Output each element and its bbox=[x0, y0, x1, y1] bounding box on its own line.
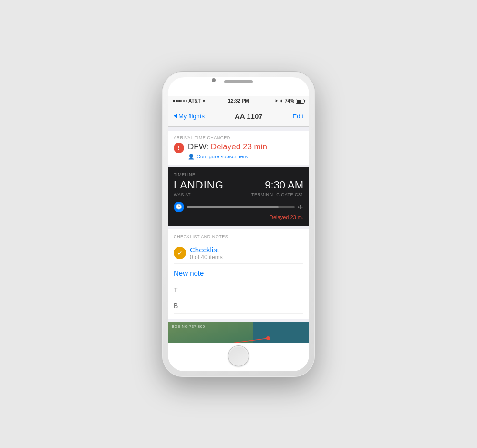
checklist-card: CHECKLIST AND NOTES ✓ Checklist 0 of 40 … bbox=[168, 229, 309, 319]
status-bar: AT&T ▾ 12:32 PM ➤ ✦ 74% bbox=[168, 96, 309, 106]
signal-dot-3 bbox=[178, 100, 181, 102]
alert-text-block: DFW: Delayed 23 min 👤 Configure subscrib… bbox=[188, 142, 267, 160]
timeline-event: LANDING bbox=[174, 179, 224, 191]
battery-icon bbox=[296, 99, 304, 104]
configure-subscribers-button[interactable]: 👤 Configure subscribers bbox=[188, 154, 267, 160]
delay-text: Delayed 23 m. bbox=[174, 214, 303, 220]
item-t[interactable]: T bbox=[174, 282, 303, 298]
bluetooth-icon: ✦ bbox=[280, 99, 283, 104]
progress-track bbox=[187, 206, 295, 208]
carrier-label: AT&T bbox=[188, 98, 201, 104]
alert-main-text: DFW: Delayed 23 min bbox=[188, 142, 267, 152]
back-button[interactable]: My flights bbox=[174, 113, 205, 120]
person-icon: 👤 bbox=[188, 154, 195, 160]
new-note-button[interactable]: New note bbox=[174, 264, 303, 282]
battery-fill bbox=[297, 100, 301, 103]
main-content: ARRIVAL TIME CHANGED ! DFW: Delayed 23 m… bbox=[168, 127, 309, 343]
map-card[interactable]: BOEING 737-800 ⬆ bbox=[168, 322, 309, 343]
phone-frame: AT&T ▾ 12:32 PM ➤ ✦ 74% My flights bbox=[162, 72, 315, 377]
alert-section-label: ARRIVAL TIME CHANGED bbox=[174, 135, 303, 140]
checklist-icon: ✓ bbox=[174, 247, 186, 259]
home-button[interactable] bbox=[228, 345, 249, 366]
alert-icon: ! bbox=[174, 143, 184, 153]
chevron-left-icon bbox=[174, 114, 177, 118]
signal-dot-1 bbox=[173, 100, 175, 102]
edit-button[interactable]: Edit bbox=[293, 113, 303, 120]
checklist-subtitle: 0 of 40 items bbox=[190, 254, 223, 260]
timeline-section-label: TIMELINE bbox=[174, 172, 303, 177]
progress-area: 🕑 ✈ bbox=[174, 202, 303, 212]
status-left: AT&T ▾ bbox=[173, 98, 205, 104]
svg-line-0 bbox=[197, 338, 268, 343]
alert-content: ! DFW: Delayed 23 min 👤 Configure subscr… bbox=[174, 142, 303, 160]
clock-icon: 🕑 bbox=[174, 202, 184, 212]
checklist-title: Checklist bbox=[190, 246, 223, 254]
back-label: My flights bbox=[178, 113, 205, 120]
nav-bar: My flights AA 1107 Edit bbox=[168, 106, 309, 127]
phone-screen: AT&T ▾ 12:32 PM ➤ ✦ 74% My flights bbox=[168, 77, 309, 371]
battery-percent: 74% bbox=[285, 98, 294, 104]
camera bbox=[212, 78, 216, 82]
alert-status: Delayed 23 min bbox=[211, 142, 267, 151]
wifi-icon: ▾ bbox=[203, 99, 205, 104]
alert-card: ARRIVAL TIME CHANGED ! DFW: Delayed 23 m… bbox=[168, 131, 309, 165]
signal-dot-5 bbox=[184, 100, 187, 102]
checklist-section-label: CHECKLIST AND NOTES bbox=[174, 234, 303, 239]
flight-title: AA 1107 bbox=[235, 112, 263, 120]
signal-strength bbox=[173, 100, 187, 102]
subscribe-label: Configure subscribers bbox=[197, 154, 248, 159]
screen: AT&T ▾ 12:32 PM ➤ ✦ 74% My flights bbox=[168, 96, 309, 343]
progress-fill bbox=[187, 206, 279, 208]
timeline-terminal: TERMINAL C GATE C31 bbox=[251, 192, 303, 197]
checklist-text: Checklist 0 of 40 items bbox=[190, 246, 223, 260]
item-b[interactable]: B bbox=[174, 298, 303, 314]
aircraft-label: BOEING 737-800 bbox=[172, 324, 205, 329]
speaker bbox=[224, 80, 253, 83]
location-icon: ➤ bbox=[275, 99, 278, 103]
timeline-header: LANDING 9:30 AM bbox=[174, 179, 303, 191]
plane-icon: ✈ bbox=[298, 203, 303, 211]
checklist-row[interactable]: ✓ Checklist 0 of 40 items bbox=[174, 243, 303, 264]
signal-dot-2 bbox=[176, 100, 178, 102]
timeline-card: TIMELINE LANDING 9:30 AM WAS AT TERMINAL… bbox=[168, 167, 309, 226]
alert-airport: DFW: bbox=[188, 142, 208, 151]
timeline-was-at: WAS AT bbox=[174, 192, 191, 197]
timeline-time: 9:30 AM bbox=[265, 179, 303, 191]
status-time: 12:32 PM bbox=[228, 98, 249, 104]
status-right: ➤ ✦ 74% bbox=[275, 98, 304, 104]
svg-point-1 bbox=[266, 336, 270, 340]
signal-dot-4 bbox=[181, 100, 184, 102]
timeline-sub: WAS AT TERMINAL C GATE C31 bbox=[174, 192, 303, 197]
